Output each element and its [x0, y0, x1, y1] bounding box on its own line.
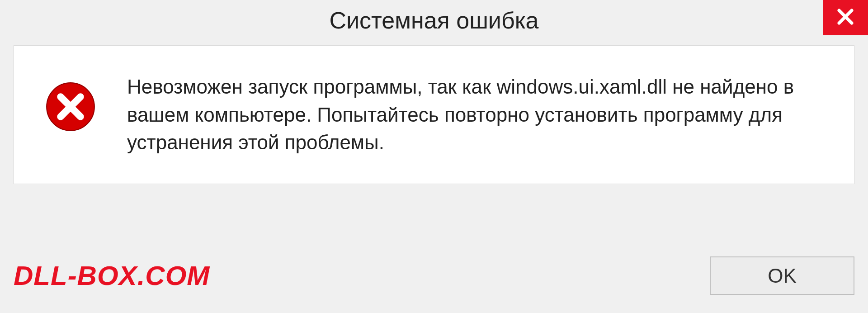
watermark-text: DLL-BOX.COM: [14, 260, 210, 291]
ok-button[interactable]: OK: [710, 256, 854, 295]
error-icon: [46, 82, 95, 132]
close-icon: [835, 6, 856, 29]
ok-button-label: OK: [768, 265, 797, 287]
close-button[interactable]: [823, 0, 868, 35]
error-message: Невозможен запуск программы, так как win…: [127, 73, 827, 156]
dialog-title: Системная ошибка: [329, 7, 538, 34]
bottom-row: DLL-BOX.COM OK: [14, 256, 854, 295]
titlebar: Системная ошибка: [0, 0, 868, 41]
content-panel: Невозможен запуск программы, так как win…: [14, 45, 854, 184]
